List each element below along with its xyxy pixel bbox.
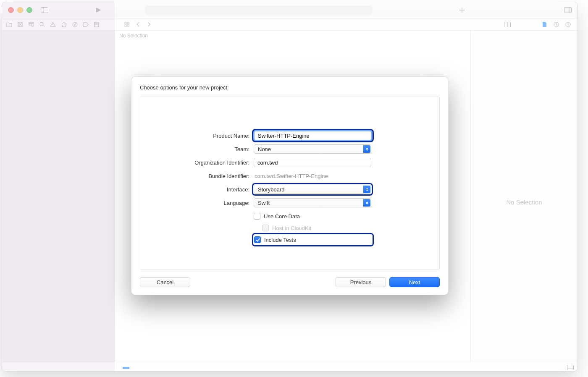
- include-tests-checkbox-row[interactable]: Include Tests: [254, 235, 372, 244]
- team-label: Team:: [157, 146, 254, 152]
- team-select[interactable]: None: [254, 144, 371, 154]
- language-select[interactable]: Swift: [254, 198, 371, 207]
- dialog-actions: Cancel Previous Next: [140, 277, 440, 287]
- chevron-updown-icon: [363, 186, 370, 193]
- checkbox-disabled-icon: [262, 225, 269, 231]
- bundle-id-value: com.twd.Swifter-HTTP-Engine: [254, 173, 328, 179]
- checkbox-icon[interactable]: [254, 213, 260, 220]
- org-id-label: Organization Identifier:: [157, 160, 254, 166]
- checkbox-checked-icon[interactable]: [254, 236, 261, 243]
- chevron-updown-icon: [363, 199, 370, 207]
- bundle-id-label: Bundle Identifier:: [157, 173, 254, 179]
- next-button[interactable]: Next: [389, 277, 440, 287]
- interface-label: Interface:: [157, 186, 254, 193]
- xcode-window: ? No Selection No Selection Choose optio…: [2, 2, 578, 372]
- interface-select-value: Storyboard: [258, 186, 285, 193]
- new-project-options-dialog: Choose options for your new project: Pro…: [131, 76, 449, 295]
- use-core-data-label: Use Core Data: [264, 213, 300, 220]
- previous-button[interactable]: Previous: [336, 277, 386, 287]
- host-cloudkit-label: Host in CloudKit: [272, 225, 311, 231]
- dialog-title: Choose options for your new project:: [140, 84, 440, 91]
- cancel-button[interactable]: Cancel: [140, 277, 190, 287]
- interface-select[interactable]: Storyboard: [254, 185, 371, 194]
- language-select-value: Swift: [258, 200, 270, 206]
- dialog-body: Product Name: Team: None Organ: [140, 97, 440, 270]
- product-name-input[interactable]: [254, 131, 372, 140]
- host-cloudkit-checkbox-row: Host in CloudKit: [262, 223, 380, 233]
- use-core-data-checkbox-row[interactable]: Use Core Data: [254, 212, 371, 221]
- product-name-label: Product Name:: [157, 133, 254, 139]
- include-tests-label: Include Tests: [264, 237, 296, 243]
- org-id-input[interactable]: [254, 158, 371, 167]
- chevron-updown-icon: [363, 145, 370, 153]
- team-select-value: None: [258, 146, 271, 152]
- language-label: Language:: [157, 200, 254, 206]
